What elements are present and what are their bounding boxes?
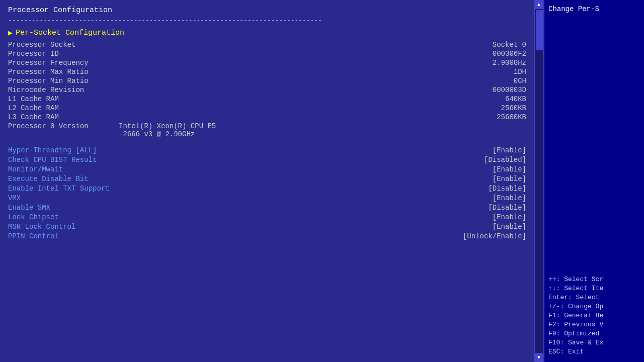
info-label: Processor Socket (8, 41, 119, 49)
option-label: VMX (8, 194, 21, 202)
processor-version-row: Processor 0 Version Intel(R) Xeon(R) CPU… (8, 122, 526, 138)
option-value: [Enable] (493, 194, 526, 202)
help-item: F9: Optimized (548, 330, 640, 337)
selected-item[interactable]: ▶ Per-Socket Configuration (8, 28, 526, 38)
arrow-icon: ▶ (8, 28, 13, 38)
processor-version-label: Processor 0 Version (8, 122, 119, 138)
info-value: 000306F2 (493, 50, 526, 58)
help-item: +/-: Change Op (548, 303, 640, 310)
option-row[interactable]: VMX[Enable] (8, 194, 526, 202)
info-row: Processor SocketSocket 0 (8, 41, 526, 49)
option-row[interactable]: Execute Disable Bit[Enable] (8, 175, 526, 183)
info-label: Processor ID (8, 50, 119, 58)
option-label: PPIN Control (8, 232, 59, 240)
help-item: ↑↓: Select Ite (548, 285, 640, 292)
info-value: 640KB (505, 95, 526, 103)
info-label: Microcode Revision (8, 86, 119, 94)
option-label: Enable Intel TXT Support (8, 185, 110, 193)
help-item: F1: General He (548, 312, 640, 319)
option-row[interactable]: Hyper-Threading [ALL][Enable] (8, 146, 526, 154)
processor-version-line1: Intel(R) Xeon(R) CPU E5 -2666 v3 @ 2.90G… (119, 122, 216, 138)
option-value: [Enable] (493, 175, 526, 183)
option-label: Enable SMX (8, 204, 50, 212)
info-value: 25600KB (497, 113, 526, 121)
info-row: Processor ID000306F2 (8, 50, 526, 58)
info-label: L1 Cache RAM (8, 95, 119, 103)
info-row: Microcode Revision0000003D (8, 86, 526, 94)
info-row: L1 Cache RAM640KB (8, 95, 526, 103)
option-row[interactable]: Monitor/Mwait[Enable] (8, 165, 526, 173)
info-value: 0000003D (493, 86, 526, 94)
option-value: [Disabled] (484, 156, 526, 164)
info-row: Processor Max Ratio1DH (8, 68, 526, 76)
help-item: ++: Select Scr (548, 276, 640, 283)
info-label: Processor Frequency (8, 59, 119, 67)
option-value: [Enable] (493, 223, 526, 231)
help-item: F10: Save & Ex (548, 339, 640, 346)
option-value: [Unlock/Enable] (463, 232, 526, 240)
option-row[interactable]: Check CPU BIST Result[Disabled] (8, 156, 526, 164)
info-label: Processor Max Ratio (8, 68, 119, 76)
info-rows: Processor SocketSocket 0Processor ID0003… (8, 41, 526, 121)
option-label: MSR Lock Control (8, 223, 75, 231)
option-row[interactable]: Enable SMX[Disable] (8, 204, 526, 212)
option-value: [Enable] (493, 165, 526, 173)
scrollbar-thumb[interactable] (536, 10, 543, 50)
option-rows: Hyper-Threading [ALL][Enable]Check CPU B… (8, 146, 526, 240)
divider: ----------------------------------------… (8, 17, 526, 24)
option-value: [Enable] (493, 146, 526, 154)
info-label: L2 Cache RAM (8, 104, 119, 112)
scrollbar[interactable]: ▲ ▼ (534, 0, 543, 362)
info-label: L3 Cache RAM (8, 113, 119, 121)
option-row[interactable]: MSR Lock Control[Enable] (8, 223, 526, 231)
help-section: ++: Select Scr↑↓: Select IteEnter: Selec… (548, 276, 640, 357)
info-row: L3 Cache RAM25600KB (8, 113, 526, 121)
info-value: Socket 0 (493, 41, 526, 49)
option-value: [Enable] (493, 213, 526, 221)
right-panel: Change Per-S ++: Select Scr↑↓: Select It… (543, 0, 644, 362)
option-value: [Disable] (488, 204, 526, 212)
option-label: Monitor/Mwait (8, 165, 63, 173)
help-item: ESC: Exit (548, 348, 640, 355)
info-value: 2.900GHz (493, 59, 526, 67)
option-row[interactable]: PPIN Control[Unlock/Enable] (8, 232, 526, 240)
info-row: Processor Frequency2.900GHz (8, 59, 526, 67)
option-row[interactable]: Lock Chipset[Enable] (8, 213, 526, 221)
option-label: Lock Chipset (8, 213, 59, 221)
page-title: Processor Configuration (8, 6, 526, 15)
help-item: F2: Previous V (548, 321, 640, 328)
option-label: Check CPU BIST Result (8, 156, 97, 164)
info-value: 1DH (514, 68, 526, 76)
help-item: Enter: Select (548, 294, 640, 301)
info-value: 0CH (514, 77, 526, 85)
info-value: 2560KB (501, 104, 526, 112)
scrollbar-down-button[interactable]: ▼ (535, 353, 543, 362)
selected-item-label: Per-Socket Configuration (16, 29, 124, 37)
info-label: Processor Min Ratio (8, 77, 119, 85)
scrollbar-up-button[interactable]: ▲ (535, 0, 543, 9)
info-row: L2 Cache RAM2560KB (8, 104, 526, 112)
option-row[interactable]: Enable Intel TXT Support[Disable] (8, 185, 526, 193)
info-row: Processor Min Ratio0CH (8, 77, 526, 85)
option-value: [Disable] (488, 185, 526, 193)
main-panel: Processor Configuration ----------------… (0, 0, 534, 362)
option-label: Execute Disable Bit (8, 175, 89, 183)
option-label: Hyper-Threading [ALL] (8, 146, 97, 154)
right-panel-title: Change Per-S (548, 5, 640, 13)
